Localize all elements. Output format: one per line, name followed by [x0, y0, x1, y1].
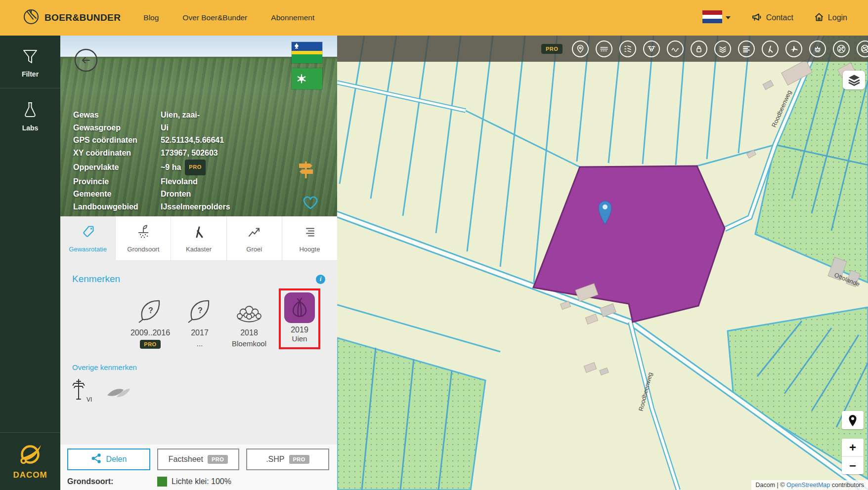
- power-pylon-item[interactable]: VI: [72, 377, 92, 403]
- zoom-in-button[interactable]: +: [842, 439, 864, 456]
- tab-grondsoort[interactable]: Grondsoort: [116, 216, 171, 261]
- lock-icon[interactable]: [691, 41, 707, 57]
- flevoland-flag-icon: [292, 42, 322, 63]
- brand[interactable]: BOER&BUNDER: [23, 8, 121, 27]
- layers-button[interactable]: [843, 71, 865, 89]
- svg-text:?: ?: [198, 306, 203, 315]
- grondsoort-label: Grondsoort:: [67, 477, 157, 486]
- back-button[interactable]: [74, 48, 98, 72]
- topbar-right: Contact Login: [702, 10, 847, 25]
- no-spray-icon[interactable]: [833, 41, 850, 57]
- brand-logo-icon: [23, 8, 40, 27]
- crop-item-2018[interactable]: 2018 Bloemkool: [224, 291, 274, 349]
- leaf-question-icon: ?: [186, 291, 214, 326]
- map-marker-icon[interactable]: [572, 41, 589, 57]
- sidebar-item-filter[interactable]: Filter: [0, 36, 60, 88]
- dacom-label: DACOM: [0, 470, 60, 480]
- nav-abonnement[interactable]: Abonnement: [271, 13, 314, 22]
- onion-icon: [284, 292, 315, 323]
- megaphone-icon: [751, 12, 762, 24]
- soil-profile-icon[interactable]: [619, 41, 636, 57]
- worm-icon[interactable]: [667, 41, 684, 57]
- language-selector[interactable]: [702, 10, 731, 25]
- share-icon: [91, 453, 102, 466]
- kenmerken-title: Kenmerken: [72, 274, 120, 285]
- crop-item-2009-2016[interactable]: ? 2009..2016 PRO: [126, 291, 175, 349]
- favorite-heart-icon[interactable]: [301, 194, 320, 212]
- dacom-logo[interactable]: DACOM: [0, 432, 60, 490]
- chevron-down-icon: [726, 16, 731, 19]
- info-icon[interactable]: i: [316, 275, 325, 284]
- no-satellite-icon[interactable]: [857, 41, 868, 57]
- contact-link[interactable]: Contact: [751, 12, 793, 24]
- attribution-suffix: contributors: [830, 482, 864, 489]
- crop-item-2019-selected[interactable]: 2019 Uien: [274, 288, 325, 349]
- property-value: Dronten: [161, 188, 191, 201]
- map-toolbar: PRO: [337, 36, 868, 62]
- login-link[interactable]: Login: [814, 12, 847, 24]
- property-value: Uien, zaai-: [161, 109, 200, 122]
- funnel-icon: [21, 57, 39, 66]
- crop-item-2017[interactable]: ? 2017 ...: [175, 291, 224, 349]
- overige-kenmerken-row: VI: [72, 377, 325, 403]
- shp-download-button[interactable]: .SHP PRO: [246, 449, 329, 470]
- property-label: XY coördinaten: [73, 147, 161, 160]
- tab-label: Grondsoort: [127, 245, 159, 253]
- home-icon: [814, 12, 824, 24]
- tab-groei[interactable]: Groei: [227, 216, 282, 261]
- shp-label: .SHP: [266, 455, 284, 464]
- sidebar-item-labs[interactable]: Labs: [0, 88, 60, 142]
- property-value: ~9 ha: [161, 161, 181, 174]
- crop-year: 2017: [191, 328, 209, 337]
- grondsoort-swatch: [157, 477, 167, 487]
- field-photo: GewasUien, zaai- GewasgroepUi GPS coördi…: [60, 36, 337, 216]
- attribution-prefix: Dacom | ©: [755, 482, 786, 489]
- icon-rail: Filter Labs DACOM: [0, 36, 60, 490]
- airplane-icon[interactable]: [785, 41, 802, 57]
- zoom-out-button[interactable]: −: [842, 456, 864, 474]
- elevation-bars-icon[interactable]: [738, 41, 755, 57]
- crop-year: 2018: [240, 328, 258, 337]
- elevation-lines-icon: [302, 224, 317, 241]
- trend-up-icon: [247, 224, 261, 241]
- selection-highlight-box: 2019 Uien: [279, 288, 320, 349]
- property-value: IJsselmeerpolders: [161, 201, 230, 213]
- soil-layers-icon[interactable]: [714, 41, 731, 57]
- field-properties: GewasUien, zaai- GewasgroepUi GPS coördi…: [73, 109, 230, 213]
- location-pin-icon: [847, 414, 858, 427]
- tab-kadaster[interactable]: Kadaster: [171, 216, 226, 261]
- tab-label: Gewasrotatie: [69, 245, 107, 253]
- crop-sub: ...: [197, 339, 203, 349]
- kadaster-k-icon[interactable]: [762, 41, 779, 57]
- property-value: Ui: [161, 122, 169, 134]
- swoosh-icon[interactable]: [106, 383, 131, 403]
- field-detail-panel: GewasUien, zaai- GewasgroepUi GPS coördi…: [60, 36, 337, 490]
- soil-plant-icon: [136, 224, 151, 241]
- osm-link[interactable]: OpenStreetMap: [786, 482, 830, 489]
- topbar: BOER&BUNDER Blog Over Boer&Bunder Abonne…: [0, 0, 868, 36]
- map-attribution: Dacom | © OpenStreetMap contributors: [751, 480, 868, 490]
- grondsoort-value: Lichte klei: 100%: [172, 477, 231, 486]
- tab-gewasrotatie[interactable]: Gewasrotatie: [60, 216, 116, 261]
- pro-badge: PRO: [541, 44, 563, 54]
- crop-year: 2009..2016: [130, 328, 170, 337]
- share-button[interactable]: Delen: [67, 449, 150, 470]
- top-nav: Blog Over Boer&Bunder Abonnement: [143, 13, 314, 22]
- drainage-icon[interactable]: [596, 41, 612, 57]
- nav-over[interactable]: Over Boer&Bunder: [182, 13, 247, 22]
- nav-blog[interactable]: Blog: [143, 13, 159, 22]
- signpost-icon[interactable]: [296, 159, 316, 182]
- property-value: 52.51134,5.66641: [161, 134, 224, 147]
- dronten-flag-icon: [292, 68, 322, 89]
- factsheet-button[interactable]: Factsheet PRO: [157, 449, 239, 470]
- tab-hoogte[interactable]: Hoogte: [282, 216, 337, 261]
- property-label: Landbouwgebied: [73, 201, 161, 213]
- coat-of-arms-icon[interactable]: [809, 41, 826, 57]
- leaf-question-icon: ?: [136, 291, 164, 326]
- share-label: Delen: [106, 455, 127, 464]
- factsheet-label: Factsheet: [169, 455, 203, 464]
- drone-icon[interactable]: [643, 41, 660, 57]
- contact-label: Contact: [766, 13, 793, 22]
- locate-button[interactable]: [842, 411, 864, 429]
- map-canvas[interactable]: Roodbeenweg Roodbeenweg Ottolande: [337, 36, 868, 490]
